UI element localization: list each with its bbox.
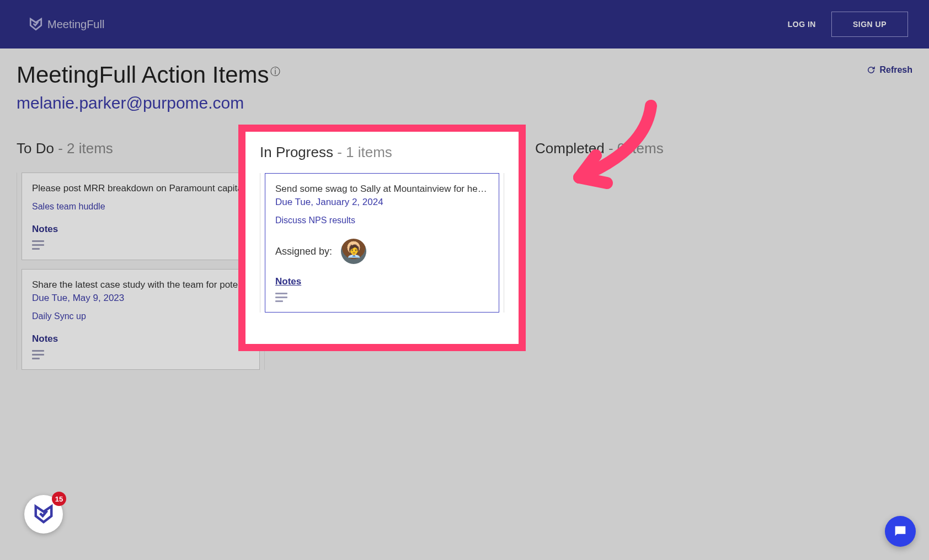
card-title: Share the latest case study with the tea… — [32, 279, 249, 290]
notes-label: Notes — [32, 333, 249, 344]
logo-icon — [29, 17, 43, 31]
card-meeting-link[interactable]: Discuss NPS results — [275, 216, 489, 225]
column-header-todo: To Do - 2 items — [17, 140, 265, 157]
column-completed: Completed - 0 items — [535, 140, 783, 379]
notes-icon[interactable] — [32, 350, 44, 359]
refresh-icon — [866, 65, 876, 75]
header: MeetingFull LOG IN SIGN UP — [0, 0, 929, 49]
logo[interactable]: MeetingFull — [29, 17, 104, 31]
refresh-button[interactable]: Refresh — [866, 65, 912, 75]
card-due: Due Tue, May 9, 2023 — [32, 293, 249, 304]
column-header-completed: Completed - 0 items — [535, 140, 783, 157]
avatar[interactable]: 🧑‍💼 — [341, 239, 366, 264]
column-header-inprogress: In Progress - 1 items — [260, 144, 504, 161]
page-title: MeetingFull Action Items ⓘ — [17, 62, 280, 88]
column-todo: To Do - 2 items Please post MRR breakdow… — [17, 140, 265, 379]
assigned-by-label: Assigned by: — [275, 246, 332, 257]
card[interactable]: Please post MRR breakdown on Paramount c… — [22, 173, 260, 260]
logo-icon — [33, 504, 54, 525]
login-link[interactable]: LOG IN — [788, 20, 816, 29]
chat-icon — [893, 524, 908, 539]
notes-label: Notes — [275, 276, 489, 287]
card[interactable]: Share the latest case study with the tea… — [22, 269, 260, 370]
fab-badge: 15 — [52, 492, 66, 506]
notes-label: Notes — [32, 224, 249, 235]
notes-icon[interactable] — [275, 293, 287, 302]
card-meeting-link[interactable]: Sales team huddle — [32, 202, 249, 212]
card-title: Please post MRR breakdown on Paramount c… — [32, 183, 249, 194]
brand-name: MeetingFull — [47, 18, 104, 31]
highlight-frame: In Progress - 1 items Send some swag to … — [238, 125, 526, 351]
card-meeting-link[interactable]: Daily Sync up — [32, 311, 249, 321]
fab-button[interactable]: 15 — [24, 495, 63, 534]
user-email: melanie.parker@purpome.com — [17, 94, 912, 112]
card-title: Send some swag to Sally at Mountainview … — [275, 184, 489, 195]
help-icon[interactable]: ⓘ — [270, 65, 280, 78]
card[interactable]: Send some swag to Sally at Mountainview … — [265, 173, 499, 313]
card-due: Due Tue, January 2, 2024 — [275, 197, 489, 208]
signup-button[interactable]: SIGN UP — [831, 12, 908, 37]
notes-icon[interactable] — [32, 240, 44, 250]
chat-button[interactable] — [885, 516, 916, 547]
